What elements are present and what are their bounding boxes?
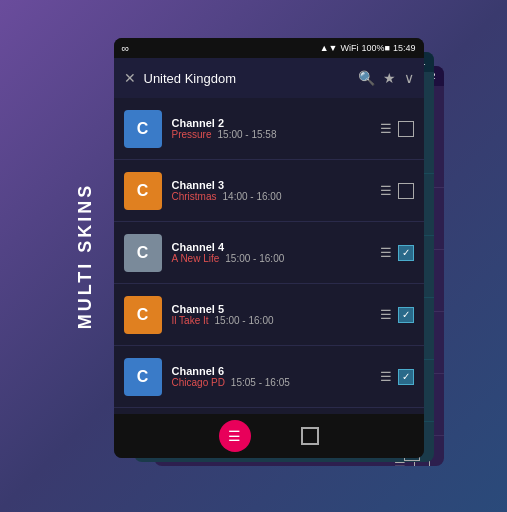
battery-indicator: 100%■ xyxy=(362,43,390,53)
toolbar: ✕ United Kingdom 🔍 ★ ∨ xyxy=(114,58,424,98)
checkbox-6[interactable] xyxy=(398,369,414,385)
status-time: 15:49 xyxy=(393,43,416,53)
status-bar: ∞ ▲▼ WiFi 100%■ 15:49 xyxy=(114,38,424,58)
menu-icon-6[interactable]: ☰ xyxy=(380,369,392,384)
channel-time-4: 15:00 - 16:00 xyxy=(225,253,284,264)
channel-info-4: Channel 4 A New Life 15:00 - 16:00 xyxy=(172,241,370,264)
channel-name-2: Channel 2 xyxy=(172,117,370,129)
channel-icon-3: C xyxy=(124,172,162,210)
channel-item-5[interactable]: C Channel 5 Il Take It 15:00 - 16:00 ☰ xyxy=(114,284,424,346)
menu-icon-4[interactable]: ☰ xyxy=(380,245,392,260)
checkbox-2[interactable] xyxy=(398,121,414,137)
channel-item-6[interactable]: C Channel 6 Chicago PD 15:05 - 16:05 ☰ xyxy=(114,346,424,408)
wifi-icon: WiFi xyxy=(341,43,359,53)
channel-program-2: Pressure xyxy=(172,129,212,140)
channel-item-4[interactable]: C Channel 4 A New Life 15:00 - 16:00 ☰ xyxy=(114,222,424,284)
chevron-down-icon[interactable]: ∨ xyxy=(404,70,414,86)
channel-actions-6: ☰ xyxy=(380,369,414,385)
channel-program-6: Chicago PD xyxy=(172,377,225,388)
signal-icon: ▲▼ xyxy=(320,43,338,53)
screen-dark: ∞ ▲▼ WiFi 100%■ 15:49 ✕ United Kingdom 🔍… xyxy=(114,38,424,458)
channel-icon-2: C xyxy=(124,110,162,148)
channel-time-6: 15:05 - 16:05 xyxy=(231,377,290,388)
channel-time-3: 14:00 - 16:00 xyxy=(223,191,282,202)
checkbox-4[interactable] xyxy=(398,245,414,261)
close-button[interactable]: ✕ xyxy=(124,70,136,86)
bottom-bar: ☰ xyxy=(114,414,424,458)
channel-item-3[interactable]: C Channel 3 Christmas 14:00 - 16:00 ☰ xyxy=(114,160,424,222)
channel-name-4: Channel 4 xyxy=(172,241,370,253)
menu-icon-3[interactable]: ☰ xyxy=(380,183,392,198)
channel-program-3: Christmas xyxy=(172,191,217,202)
channel-name-6: Channel 6 xyxy=(172,365,370,377)
checkbox-5[interactable] xyxy=(398,307,414,323)
channel-info-6: Channel 6 Chicago PD 15:05 - 16:05 xyxy=(172,365,370,388)
channel-actions-4: ☰ xyxy=(380,245,414,261)
channel-list: C Channel 2 Pressure 15:00 - 15:58 ☰ xyxy=(114,98,424,414)
checkbox-3[interactable] xyxy=(398,183,414,199)
channel-info-5: Channel 5 Il Take It 15:00 - 16:00 xyxy=(172,303,370,326)
channel-info-3: Channel 3 Christmas 14:00 - 16:00 xyxy=(172,179,370,202)
channel-name-3: Channel 3 xyxy=(172,179,370,191)
channel-time-2: 15:00 - 15:58 xyxy=(218,129,277,140)
channel-time-5: 15:00 - 16:00 xyxy=(215,315,274,326)
channel-icon-6: C xyxy=(124,358,162,396)
bottom-square-button[interactable] xyxy=(301,427,319,445)
search-icon[interactable]: 🔍 xyxy=(358,70,375,86)
menu-icon-2[interactable]: ☰ xyxy=(380,121,392,136)
channel-icon-4: C xyxy=(124,234,162,272)
region-title: United Kingdom xyxy=(144,71,350,86)
channel-program-5: Il Take It xyxy=(172,315,209,326)
fab-menu-button[interactable]: ☰ xyxy=(219,420,251,452)
screens-container: 100%■ 15:52 ★ ∨ ☰ ☰ ☰ ☰ xyxy=(104,36,444,476)
status-icons: ▲▼ WiFi 100%■ 15:49 xyxy=(320,43,416,53)
channel-program-4: A New Life xyxy=(172,253,220,264)
menu-icon-5[interactable]: ☰ xyxy=(380,307,392,322)
channel-name-5: Channel 5 xyxy=(172,303,370,315)
status-infinity: ∞ xyxy=(122,42,130,54)
channel-icon-5: C xyxy=(124,296,162,334)
channel-actions-3: ☰ xyxy=(380,183,414,199)
channel-actions-5: ☰ xyxy=(380,307,414,323)
channel-item-2[interactable]: C Channel 2 Pressure 15:00 - 15:58 ☰ xyxy=(114,98,424,160)
channel-actions-2: ☰ xyxy=(380,121,414,137)
channel-info-2: Channel 2 Pressure 15:00 - 15:58 xyxy=(172,117,370,140)
multi-skins-label: MULTI SKINS xyxy=(75,183,96,330)
star-icon[interactable]: ★ xyxy=(383,70,396,86)
